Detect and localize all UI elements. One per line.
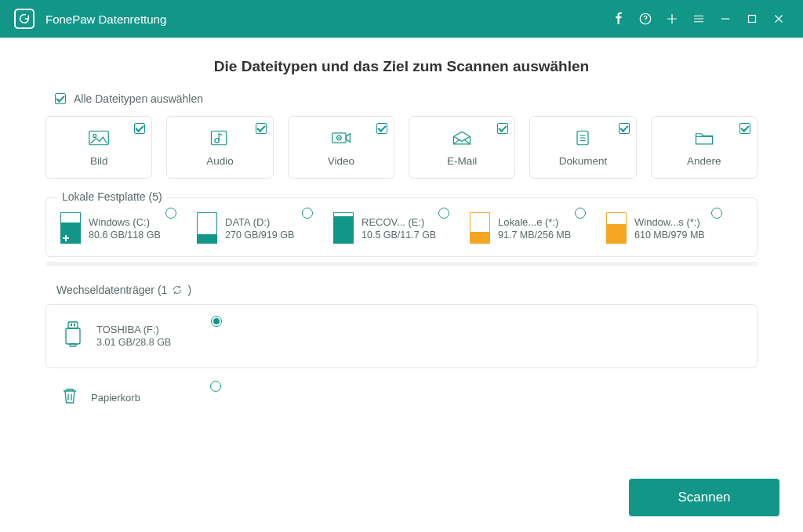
drive-size: 610 MB/979 MB (634, 230, 705, 241)
refresh-icon[interactable] (172, 284, 183, 295)
filetype-card-image[interactable]: Bild (45, 116, 152, 179)
removable-header: Wechseldatenträger (1 ) (56, 284, 758, 296)
drive-radio[interactable] (575, 208, 586, 219)
drive-icon (470, 212, 490, 244)
drive-radio[interactable] (711, 208, 722, 219)
svg-point-1 (645, 21, 646, 22)
filetype-card-video[interactable]: Video (288, 116, 394, 179)
recycle-bin-icon (60, 385, 80, 409)
filetype-label: Andere (687, 155, 721, 167)
page-title: Die Dateitypen und das Ziel zum Scannen … (45, 58, 758, 75)
filetype-label: E-Mail (447, 155, 477, 167)
filetype-checkbox[interactable] (256, 123, 267, 134)
filetype-label: Video (328, 155, 354, 167)
recycle-bin-item[interactable]: Papierkorb (60, 385, 201, 409)
filetype-card-email[interactable]: E-Mail (409, 116, 515, 179)
usb-icon (60, 320, 85, 350)
titlebar: FonePaw Datenrettung (0, 0, 803, 38)
facebook-icon[interactable] (605, 5, 632, 32)
filetype-card-audio[interactable]: Audio (166, 116, 273, 179)
svg-rect-2 (749, 16, 756, 23)
removable-drives-group: TOSHIBA (F:) 3.01 GB/28.8 GB (45, 304, 758, 368)
drive-icon (333, 212, 354, 244)
drive-icon (197, 212, 217, 244)
drive-radio[interactable] (211, 316, 222, 327)
drive-size: 270 GB/919 GB (225, 230, 294, 241)
horizontal-scrollbar[interactable] (45, 262, 758, 266)
removable-legend-suffix: ) (187, 284, 191, 296)
filetype-checkbox[interactable] (376, 123, 387, 134)
filetype-checkbox[interactable] (739, 123, 750, 134)
maximize-button[interactable] (739, 5, 765, 32)
audio-icon (209, 128, 231, 150)
filetype-checkbox[interactable] (497, 123, 508, 134)
select-all-label: Alle Dateitypen auswählen (74, 92, 203, 105)
filetype-label: Dokument (559, 155, 608, 167)
drive-item[interactable]: Lokale...e (*:) 91.7 MB/256 MB (470, 212, 606, 244)
select-all-row[interactable]: Alle Dateitypen auswählen (55, 92, 758, 105)
drive-name: Lokale...e (*:) (498, 216, 571, 228)
drive-name: TOSHIBA (F:) (96, 324, 171, 335)
local-drives-group: Lokale Festplatte (5) Windows (C:) 80.6 … (45, 197, 758, 257)
drive-name: Windows (C:) (89, 216, 161, 228)
svg-rect-10 (68, 322, 78, 328)
drive-name: Window...s (*:) (634, 216, 705, 228)
drive-name: RECOV... (E:) (362, 216, 436, 228)
local-drives-legend: Lokale Festplatte (5) (57, 190, 167, 203)
drive-item[interactable]: Window...s (*:) 610 MB/979 MB (606, 212, 743, 244)
drive-name: DATA (D:) (225, 216, 294, 228)
drive-size: 3.01 GB/28.8 GB (96, 337, 171, 348)
app-window: FonePaw Datenrettung Die Dateitypen und … (0, 0, 803, 532)
filetype-checkbox[interactable] (134, 123, 145, 134)
select-all-checkbox[interactable] (55, 93, 66, 104)
scan-button[interactable]: Scannen (629, 479, 779, 516)
document-icon (572, 128, 594, 150)
app-title: FonePaw Datenrettung (45, 13, 166, 26)
local-drives-row: Windows (C:) 80.6 GB/118 GB DATA (D:) 27… (60, 212, 743, 244)
drive-item[interactable]: Windows (C:) 80.6 GB/118 GB (60, 212, 197, 244)
filetype-checkbox[interactable] (619, 123, 630, 134)
app-logo (14, 9, 35, 29)
image-icon (88, 128, 110, 150)
drive-size: 91.7 MB/256 MB (498, 230, 571, 241)
close-button[interactable] (765, 5, 792, 32)
svg-point-6 (215, 138, 219, 142)
filetype-label: Audio (206, 155, 234, 167)
filetype-card-other[interactable]: Andere (651, 116, 758, 179)
drive-icon (606, 212, 627, 244)
email-icon (451, 128, 473, 150)
drive-icon (60, 212, 81, 244)
video-icon (330, 128, 352, 150)
folder-icon (693, 128, 715, 150)
content-area: Die Dateitypen und das Ziel zum Scannen … (0, 38, 803, 532)
help-icon[interactable] (632, 5, 659, 32)
filetype-label: Bild (90, 155, 108, 167)
svg-rect-14 (70, 344, 76, 346)
drive-radio[interactable] (302, 208, 313, 219)
filetype-row: Bild Audio Video E-M (45, 116, 758, 179)
menu-icon[interactable] (685, 5, 712, 32)
drive-item[interactable]: DATA (D:) 270 GB/919 GB (197, 212, 333, 244)
recycle-bin-label: Papierkorb (91, 392, 140, 404)
drive-radio[interactable] (210, 381, 221, 392)
svg-rect-12 (74, 324, 75, 326)
removable-drive-item[interactable]: TOSHIBA (F:) 3.01 GB/28.8 GB (60, 320, 202, 350)
svg-rect-11 (71, 324, 72, 326)
filetype-card-document[interactable]: Dokument (529, 116, 636, 179)
removable-legend-prefix: Wechseldatenträger (1 (56, 284, 167, 296)
svg-rect-13 (66, 328, 80, 344)
windows-badge-icon (63, 235, 69, 241)
drive-radio[interactable] (165, 208, 176, 219)
drive-size: 10.5 GB/11.7 GB (362, 230, 436, 241)
drive-radio[interactable] (438, 208, 449, 219)
drive-item[interactable]: RECOV... (E:) 10.5 GB/11.7 GB (333, 212, 470, 244)
svg-point-4 (93, 134, 96, 137)
minimize-button[interactable] (712, 5, 739, 32)
register-icon[interactable] (659, 5, 685, 32)
drive-size: 80.6 GB/118 GB (89, 230, 161, 241)
